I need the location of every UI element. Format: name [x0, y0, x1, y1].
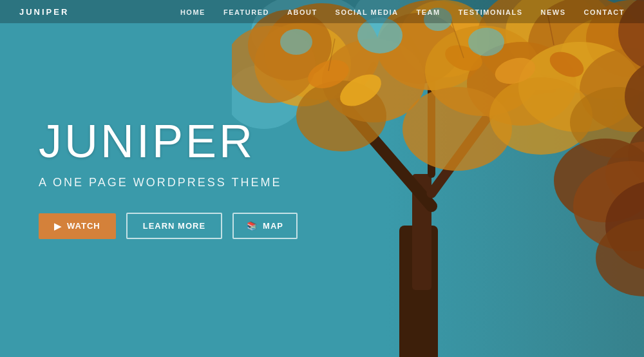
watch-button[interactable]: ▶ Watch	[39, 213, 116, 239]
nav-link-contact[interactable]: CONTACT	[584, 8, 625, 16]
nav-item-team[interactable]: TEAM	[416, 6, 440, 17]
hero-subtitle: A ONE PAGE WORDPRESS THEME	[39, 176, 298, 189]
page-wrapper: JUNIPER HOME FEATURED ABOUT SOCIAL MEDIA…	[0, 0, 644, 357]
nav-link-team[interactable]: TEAM	[416, 8, 440, 16]
svg-point-52	[468, 28, 504, 56]
nav-links: HOME FEATURED ABOUT SOCIAL MEDIA TEAM TE…	[180, 6, 625, 17]
nav-link-featured[interactable]: FEATURED	[223, 8, 269, 16]
hero-buttons: ▶ Watch Learn More 📚 Map	[39, 213, 298, 239]
svg-point-54	[280, 29, 312, 55]
nav-item-home[interactable]: HOME	[180, 6, 205, 17]
nav-link-home[interactable]: HOME	[180, 8, 205, 16]
brand-logo[interactable]: JUNIPER	[19, 7, 69, 17]
nav-item-news[interactable]: NEWS	[541, 6, 566, 17]
map-label: Map	[263, 221, 283, 231]
hero-content: JUNIPER A ONE PAGE WORDPRESS THEME ▶ Wat…	[39, 118, 298, 239]
nav-link-testimonials[interactable]: TESTIMONIALS	[459, 8, 523, 16]
nav-link-news[interactable]: NEWS	[541, 8, 566, 16]
nav-item-testimonials[interactable]: TESTIMONIALS	[459, 6, 523, 17]
watch-label: Watch	[67, 221, 100, 231]
nav-link-about[interactable]: ABOUT	[287, 8, 317, 16]
nav-item-featured[interactable]: FEATURED	[223, 6, 269, 17]
learn-more-button[interactable]: Learn More	[126, 213, 222, 239]
navbar: JUNIPER HOME FEATURED ABOUT SOCIAL MEDIA…	[0, 0, 644, 23]
play-icon: ▶	[54, 221, 62, 231]
map-button[interactable]: 📚 Map	[232, 213, 298, 239]
hero-title: JUNIPER	[39, 118, 298, 164]
map-icon: 📚	[247, 221, 258, 231]
nav-item-contact[interactable]: CONTACT	[584, 6, 625, 17]
nav-link-social[interactable]: SOCIAL MEDIA	[336, 8, 399, 16]
nav-item-social[interactable]: SOCIAL MEDIA	[336, 6, 399, 17]
nav-item-about[interactable]: ABOUT	[287, 6, 317, 17]
